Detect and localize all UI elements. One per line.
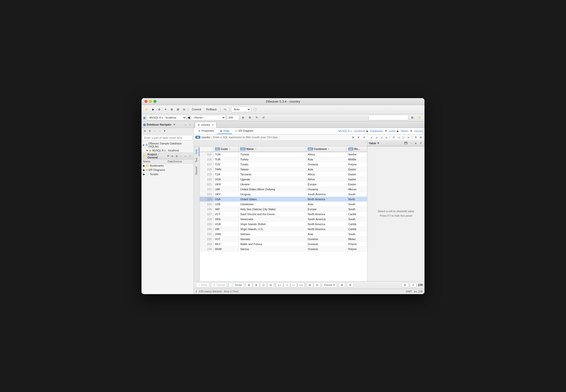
toolbar-format-btn[interactable]: ⌥ (222, 106, 228, 113)
project-item-bookmarks[interactable]: ▶ 📁 Bookmarks (142, 164, 194, 168)
cell-continent[interactable]: Oceania (306, 237, 347, 242)
cell-region[interactable]: Polyne (347, 162, 367, 167)
cell-code[interactable]: VEN (213, 217, 239, 222)
cell-region[interactable]: Easter (347, 182, 367, 187)
nav-arrow3[interactable]: ▼ (162, 129, 167, 133)
cell-continent[interactable]: South America (306, 192, 347, 197)
cell-code[interactable]: UMI (213, 187, 239, 192)
nav-copy-btn[interactable]: ⊞ (306, 282, 313, 287)
tab-country[interactable]: ⊞ country ✕ (195, 122, 216, 128)
cell-region[interactable]: North (347, 197, 367, 202)
cancel-btn[interactable]: ✕ Cancel (211, 282, 227, 287)
nav-export[interactable]: ⬆ (414, 135, 418, 139)
value-panel-close[interactable]: ✕ (377, 142, 379, 144)
cell-continent[interactable]: Oceania (306, 242, 347, 247)
toolbar-clock-btn[interactable]: 🕐 (252, 106, 259, 113)
cell-continent[interactable]: North America (306, 212, 347, 217)
auto-commit-select[interactable]: Auto (231, 107, 251, 112)
toolbar2-btn1[interactable]: ⊕ (240, 114, 246, 121)
nav-col-left[interactable]: ⊞ (246, 282, 252, 287)
table-row[interactable]: 233 WLF Wallis and Futuna Oceania Polyne (200, 242, 367, 247)
cell-code[interactable]: UZB (213, 202, 239, 207)
col-header-region[interactable]: ABC Re... (347, 146, 367, 152)
cell-code[interactable]: TUR (213, 157, 239, 162)
cell-code[interactable]: WSM (213, 247, 239, 252)
table-row[interactable]: 221 UKR Ukraine Europe Easter (200, 182, 367, 187)
cell-code[interactable]: UGA (213, 177, 239, 182)
proj-folder-btn[interactable]: ⊞ (175, 154, 179, 158)
cell-continent[interactable]: South America (306, 217, 347, 222)
cell-name[interactable]: Holy See (Vatican City State) (239, 207, 306, 212)
nav-next-btn[interactable]: ▷ (290, 282, 297, 287)
cell-continent[interactable]: Asia (306, 202, 347, 207)
cell-name[interactable]: United States (239, 197, 306, 202)
quick-access-input[interactable]: Quick Access (368, 115, 408, 120)
cell-continent[interactable]: North America (306, 227, 347, 232)
cell-continent[interactable]: Africa (306, 152, 347, 157)
toolbar2-btn3[interactable]: ✎ (254, 114, 260, 121)
cell-code[interactable]: USA (213, 197, 239, 202)
nav-arrow2[interactable]: → (157, 129, 162, 133)
table-row[interactable]: 215 TUN Tunisia Africa Northe (200, 152, 367, 157)
cell-continent[interactable]: Asia (306, 232, 347, 237)
cell-name[interactable]: Virgin Islands, British (239, 222, 306, 227)
col-header-code[interactable]: ABC Code ≡ (213, 146, 239, 152)
cell-continent[interactable]: Europe (306, 207, 347, 212)
bc-connection[interactable]: MySQL 8.x - localhost (338, 130, 365, 132)
commit-button[interactable]: Commit (190, 106, 204, 113)
table-row[interactable]: 226 VAT Holy See (Vatican City State) Eu… (200, 207, 367, 212)
connection-select[interactable]: MySQL 8.x - localhost (147, 115, 187, 120)
bc-country[interactable]: country (414, 130, 423, 132)
nav-add-btn[interactable]: ⊕ (142, 129, 147, 133)
view-mode-btn[interactable]: ⊞ (339, 282, 345, 287)
cell-code[interactable]: VNM (213, 232, 239, 237)
cell-region[interactable]: Middle (347, 157, 367, 162)
cell-name[interactable]: Venezuela (239, 217, 306, 222)
table-row[interactable]: 229 VGB Virgin Islands, British North Am… (200, 222, 367, 227)
proj-add-btn[interactable]: ⊕ (170, 154, 174, 158)
rollback-button[interactable]: Rollback (204, 106, 219, 113)
cell-continent[interactable]: Oceania (306, 187, 347, 192)
toolbar-btn-5[interactable]: ⊞ (169, 106, 175, 113)
grid-area[interactable]: ABC Code ≡ ABC Name ≡ (200, 146, 367, 281)
cell-code[interactable]: TUV (213, 162, 239, 167)
cell-region[interactable]: Easter (347, 172, 367, 177)
cell-code[interactable]: WLF (213, 242, 239, 247)
project-item-scripts[interactable]: ▶ 📄 Scripts (142, 172, 194, 176)
table-row[interactable]: 216 TUR Turkey Asia Middle (200, 157, 367, 162)
code-filter-icon[interactable]: ≡ (229, 148, 230, 150)
cell-region[interactable]: Northe (347, 152, 367, 157)
filter-btn2[interactable]: ⊿ (374, 135, 379, 139)
db-nav-close[interactable]: ✕ (173, 123, 175, 126)
table-row[interactable]: 224 USA United States North America Nort… (200, 197, 367, 202)
name-filter-icon[interactable]: ≡ (255, 148, 256, 150)
table-row[interactable]: 230 VIR Virgin Islands, U.S. North Ameri… (200, 227, 367, 232)
filter-refresh-btn[interactable]: ↺ (362, 135, 366, 139)
cell-code[interactable]: VUT (213, 237, 239, 242)
cell-name[interactable]: Tuvalu (239, 162, 306, 167)
nav-next[interactable]: ▷ (401, 135, 406, 139)
cell-region[interactable]: Melan (347, 237, 367, 242)
cell-name[interactable]: United States Minor Outlying (239, 187, 306, 192)
cell-name[interactable]: Uganda (239, 177, 306, 182)
minimize-button[interactable] (149, 100, 152, 103)
nav-col-expand[interactable]: ⊡ (260, 282, 267, 287)
nav-paste-btn[interactable]: ⊡ (314, 282, 320, 287)
toolbar2-btn4[interactable]: ↺ (261, 114, 266, 121)
save-btn[interactable]: ✓ Save (196, 282, 210, 287)
table-row[interactable]: 220 UGA Uganda Africa Easter (200, 177, 367, 182)
cell-code[interactable]: URY (213, 192, 239, 197)
col-header-continent[interactable]: ABC Continent ≡ (306, 146, 347, 152)
cell-name[interactable]: Samoa (239, 247, 306, 252)
cell-name[interactable]: Vanuatu (239, 237, 306, 242)
filter-expand-btn[interactable]: ⊞ (351, 135, 355, 139)
cell-region[interactable]: Polyne (347, 247, 367, 252)
cell-continent[interactable]: North America (306, 197, 347, 202)
copy-row-btn[interactable]: ⊞ (402, 282, 408, 287)
cell-code[interactable]: TUN (213, 152, 239, 157)
cell-name[interactable]: Uzbekistan (239, 202, 306, 207)
nav-item-sqlite[interactable]: ▶ ⊞ DBeaver Sample Database (SQLite) (142, 141, 194, 148)
nav-prev[interactable]: ◁ (396, 135, 401, 139)
cell-name[interactable]: Uruguay (239, 192, 306, 197)
nav-copy[interactable]: ⊞ (419, 135, 423, 139)
